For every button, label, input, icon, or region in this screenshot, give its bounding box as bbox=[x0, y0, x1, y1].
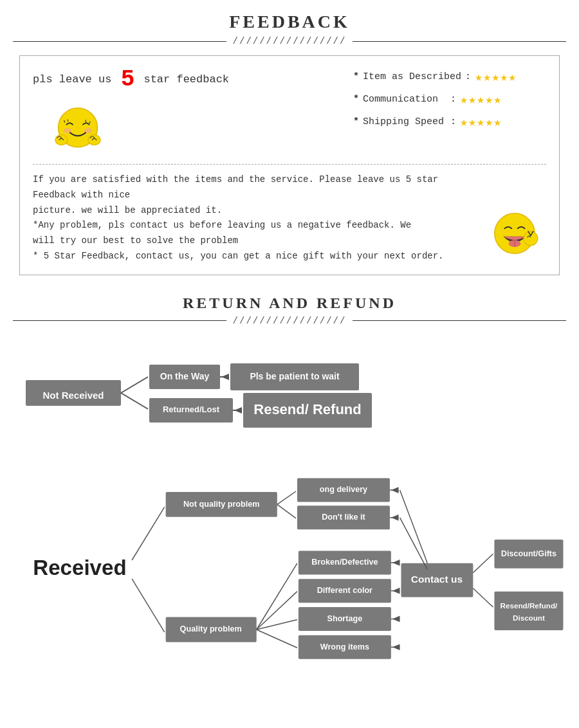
stars-1: ★★★★★ bbox=[475, 69, 517, 85]
svg-point-4 bbox=[88, 135, 100, 145]
rating-row-2: * Communication : ★★★★★ bbox=[353, 91, 546, 107]
svg-line-6 bbox=[68, 120, 68, 122]
asterisk-1: * bbox=[353, 71, 359, 82]
svg-line-55 bbox=[473, 554, 493, 572]
feedback-top: pls leave us 5 star feedback bbox=[33, 66, 546, 158]
contact-us-label: Contact us bbox=[411, 574, 463, 585]
asterisk-2: * bbox=[353, 94, 359, 105]
shortage-label: Shortage bbox=[327, 614, 363, 623]
svg-line-56 bbox=[473, 588, 493, 607]
svg-line-16 bbox=[121, 377, 148, 393]
body-line-1: If you are satisfied with the items and … bbox=[33, 172, 445, 203]
quality-label: Quality problem bbox=[180, 624, 242, 633]
svg-line-27 bbox=[132, 579, 165, 632]
different-color-label: Different color bbox=[317, 586, 372, 595]
feedback-body-inner: If you are satisfied with the items and … bbox=[33, 172, 445, 264]
stars-2: ★★★★★ bbox=[460, 91, 502, 107]
svg-line-17 bbox=[121, 393, 148, 409]
not-quality-label: Not quality problem bbox=[183, 500, 260, 509]
rating-label-3: Shipping Speed bbox=[363, 116, 446, 127]
refund-section: RETURN AND REFUND ///////////////// Not … bbox=[0, 282, 579, 689]
received-label: Received bbox=[33, 556, 126, 579]
wrong-items-label: Wrong items bbox=[320, 642, 369, 651]
feedback-headline: pls leave us 5 star feedback bbox=[33, 66, 229, 93]
headline-number: 5 bbox=[121, 66, 135, 93]
svg-line-29 bbox=[277, 491, 296, 504]
body-line-3: *Any problem, pls contact us before leav… bbox=[33, 218, 445, 233]
headline-prefix: pls leave us bbox=[33, 73, 111, 86]
svg-line-41 bbox=[257, 630, 297, 648]
not-received-label: Not Received bbox=[42, 390, 104, 401]
feedback-section: FEEDBACK ///////////////// pls leave us … bbox=[0, 0, 579, 282]
feedback-zigzag: ///////////////// bbox=[226, 36, 353, 46]
feedback-left: pls leave us 5 star feedback bbox=[33, 66, 229, 158]
asterisk-3: * bbox=[353, 116, 359, 127]
feedback-box: pls leave us 5 star feedback bbox=[19, 55, 560, 275]
svg-line-60 bbox=[400, 490, 428, 563]
feedback-body: If you are satisfied with the items and … bbox=[33, 164, 546, 264]
svg-line-40 bbox=[257, 619, 297, 630]
emoji-face-2 bbox=[490, 208, 540, 264]
svg-line-38 bbox=[257, 563, 297, 630]
svg-point-3 bbox=[55, 135, 68, 145]
svg-text:Discount: Discount bbox=[513, 613, 545, 621]
refund-divider-line-right bbox=[353, 320, 566, 321]
flow-area: Not Received On the Way Pls be patient t… bbox=[13, 335, 566, 682]
body-line-2: picture. we will be appreciated it. bbox=[33, 203, 445, 219]
svg-rect-58 bbox=[494, 591, 563, 630]
headline-suffix: star feedback bbox=[143, 73, 229, 86]
not-received-flow-svg: Not Received On the Way Pls be patient t… bbox=[19, 341, 573, 444]
resend-refund-label: Resend/Refund/ bbox=[501, 601, 558, 610]
svg-line-26 bbox=[132, 507, 165, 560]
rating-row-1: * Item as Described : ★★★★★ bbox=[353, 69, 546, 85]
feedback-title: FEEDBACK bbox=[13, 12, 566, 32]
discount-gifts-label: Discount/Gifts bbox=[501, 549, 556, 558]
svg-line-7 bbox=[86, 120, 86, 122]
long-delivery-label: ong delivery bbox=[320, 485, 367, 494]
feedback-divider: ///////////////// bbox=[13, 36, 566, 46]
divider-line-right bbox=[353, 41, 566, 42]
branch2-label: Returned/Lost bbox=[163, 405, 220, 414]
branch1-result: Pls be patient to wait bbox=[250, 370, 340, 381]
branch2-result: Resend/ Refund bbox=[253, 401, 361, 417]
refund-zigzag: ///////////////// bbox=[226, 316, 353, 326]
divider-line-left bbox=[13, 41, 226, 42]
refund-divider-line-left bbox=[13, 320, 226, 321]
svg-line-30 bbox=[277, 504, 296, 518]
body-line-5: * 5 Star Feedback, contact us, you can g… bbox=[33, 249, 445, 264]
refund-title: RETURN AND REFUND bbox=[13, 295, 566, 312]
rating-label-1: Item as Described bbox=[363, 71, 461, 82]
received-flow-svg: Received Not quality problem ong deliver… bbox=[19, 444, 573, 676]
emoji-face-1 bbox=[52, 103, 104, 158]
refund-divider: ///////////////// bbox=[13, 316, 566, 326]
feedback-right: * Item as Described : ★★★★★ * Communicat… bbox=[353, 66, 546, 136]
stars-3: ★★★★★ bbox=[460, 114, 502, 130]
rating-row-3: * Shipping Speed : ★★★★★ bbox=[353, 114, 546, 130]
branch1-label: On the Way bbox=[160, 370, 210, 381]
dont-like-label: Don't like it bbox=[322, 513, 365, 522]
body-line-4: will try our best to solve the problem bbox=[33, 233, 445, 249]
broken-label: Broken/Defective bbox=[311, 558, 378, 567]
svg-point-12 bbox=[524, 232, 538, 246]
rating-label-2: Communication bbox=[363, 94, 446, 105]
